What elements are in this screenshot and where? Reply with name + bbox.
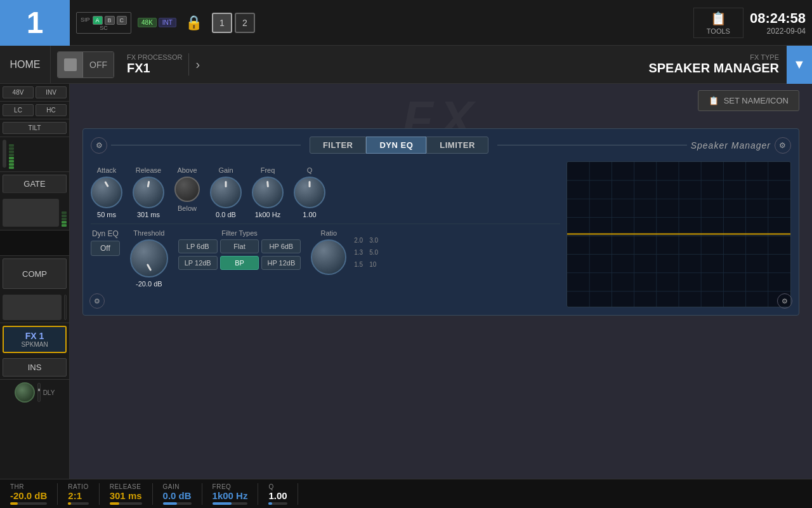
ratio-knob[interactable] [311,239,346,275]
release-slider[interactable] [110,502,142,505]
thr-slider[interactable] [10,502,47,505]
tools-block[interactable]: 📋 TOOLS [693,8,743,38]
attack-value: 50 ms [97,211,116,218]
fx-toggle-inner [64,58,77,71]
status-freq: FREQ 1k00 Hz [202,483,259,505]
filter-hp12-button[interactable]: HP 12dB [261,256,301,270]
ratio-val-50: 5.0 [369,249,378,256]
speaker-manager-label: Speaker Manager [691,140,771,150]
fx-type-arrow[interactable]: ▼ [787,46,812,84]
bottom-controls: Dyn EQ Off Threshold -20.0 dB Filter Typ… [91,229,560,288]
q-group: Q 1.00 [294,166,325,218]
gain-slider[interactable] [163,502,192,505]
comp-button[interactable]: COMP [3,258,67,289]
channel-buttons: 1 2 [212,13,255,33]
dyn-eq-group: Dyn EQ Off [91,229,120,256]
freq-knob[interactable] [252,177,284,208]
fx-panel-top: ⚙ FILTER DYN EQ LIMITER Speaker Manager … [91,137,791,154]
status-thr: THR -20.0 dB [10,483,58,505]
channel-2-button[interactable]: 2 [235,13,255,33]
filter-lp6-button[interactable]: LP 6dB [178,239,218,253]
sidebar-comp-fader[interactable] [3,295,62,320]
set-name-button[interactable]: 📋 SET NAME/ICON [698,90,799,111]
sidebar-gate-fader[interactable] [3,199,59,227]
sidebar-filter-buttons: LC HC [0,102,69,119]
fx-arrow[interactable]: › [189,57,206,72]
btn-inv[interactable]: INV [36,86,67,98]
tab-filter[interactable]: FILTER [310,137,367,154]
btn-48v[interactable]: 48V [3,86,34,98]
ratio-slider-fill [68,502,71,505]
attack-group: Attack 50 ms [91,166,122,218]
thr-label: THR [10,483,24,490]
eq-display [566,161,791,307]
eq-svg [567,162,790,307]
panel-tab-bar: FILTER DYN EQ LIMITER [304,137,494,154]
sidebar-fader-row [0,137,69,172]
sidebar-top-buttons: 48V INV [0,84,69,102]
fx-toggle[interactable]: OFF [57,51,114,78]
led-5 [9,154,14,156]
fx1-button[interactable]: FX 1 SPKMAN [3,326,67,353]
above-knob[interactable] [174,177,200,202]
q-value: 1.00 [268,490,287,501]
panel-bottom-left-icon[interactable]: ⚙ [89,293,105,309]
filter-hp6-button[interactable]: HP 6dB [261,239,301,253]
fx-panel: ⚙ FILTER DYN EQ LIMITER Speaker Manager … [82,128,799,316]
filter-types-label: Filter Types [178,229,301,237]
q-label: Q [268,483,273,490]
threshold-knob[interactable] [130,239,168,277]
attack-knob[interactable] [91,177,122,208]
dly-fader[interactable] [37,383,41,402]
dly-label: DLY [43,389,55,396]
release-label: Release [136,166,161,174]
clock-block: 08:24:58 2022-09-04 [750,10,812,36]
ratio-val-13: 1.3 [354,249,363,256]
dly-fader-col [37,383,41,402]
top-center: SIP A B C SC 48K INT 🔒 1 2 📋 TOOLS [70,8,750,38]
clock-date: 2022-09-04 [750,27,806,36]
release-knob[interactable] [133,177,164,208]
fx1-sub: SPKMAN [6,341,63,348]
dly-area: DLY [0,379,69,405]
gain-label: Gain [218,166,233,174]
panel-settings-right-icon[interactable]: ⚙ [775,137,791,154]
panel-settings-left-icon[interactable]: ⚙ [91,137,107,154]
status-ratio: RATIO 2:1 [58,483,99,505]
gain-knob[interactable] [210,177,242,208]
btn-hc[interactable]: HC [36,104,67,116]
btn-tilt[interactable]: TILT [3,122,67,134]
gain-slider-fill [163,502,178,505]
dly-knob[interactable] [15,382,35,403]
ins-button[interactable]: INS [3,358,67,377]
filter-bp-button[interactable]: BP [220,256,259,270]
filter-lp12-button[interactable]: LP 12dB [178,256,218,270]
sidebar: 48V INV LC HC TILT GATE [0,84,70,479]
btn-lc[interactable]: LC [3,104,34,116]
dyn-eq-off-button[interactable]: Off [91,241,120,256]
controls-row: Attack 50 ms Release 301 ms Above [91,161,791,307]
thr-slider-fill [10,502,18,505]
fx-toggle-box[interactable] [58,52,83,77]
filter-flat-button[interactable]: Flat [220,239,259,253]
panel-bottom-right-icon[interactable]: ⚙ [777,293,792,309]
sidebar-fader-track[interactable] [3,140,6,168]
freq-slider[interactable] [213,502,248,505]
clock-time: 08:24:58 [750,10,806,27]
left-controls: Attack 50 ms Release 301 ms Above [91,161,560,307]
gate-button[interactable]: GATE [3,175,67,193]
above-below-group: Above Below [174,166,200,218]
home-button[interactable]: HOME [0,46,51,84]
threshold-group: Threshold -20.0 dB [130,229,168,288]
fx-processor-label: FX PROCESSOR [127,53,182,61]
ratio-slider[interactable] [68,502,88,505]
tab-dyn-eq[interactable]: DYN EQ [366,137,426,154]
ratio-val-12: 1.5 [354,261,363,268]
fx-processor-name: FX1 [127,61,182,76]
q-knob[interactable] [294,177,325,208]
gate-led-3 [62,218,67,220]
tab-limiter[interactable]: LIMITER [426,137,488,154]
channel-1-button[interactable]: 1 [212,13,232,33]
main-area: FX 📋 SET NAME/ICON ⚙ FILTER DYN EQ LIMIT… [70,84,812,479]
q-slider[interactable] [268,502,287,505]
